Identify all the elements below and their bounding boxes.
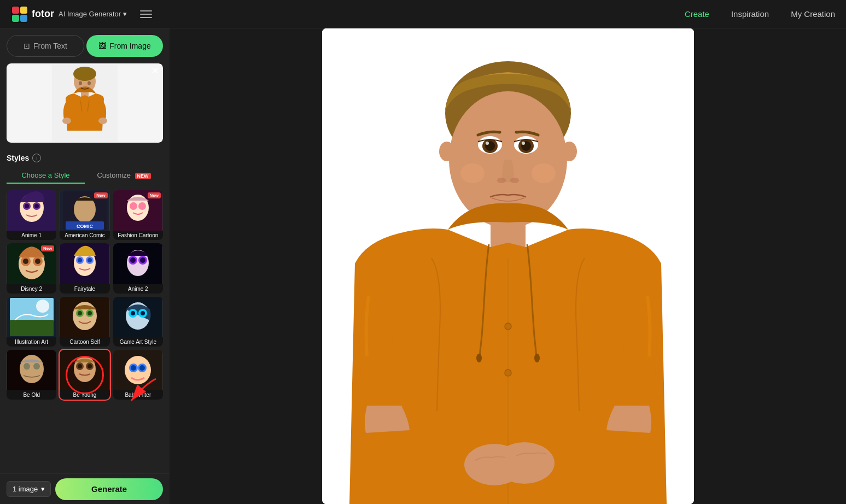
style-label: American Comic: [60, 231, 109, 240]
bottom-bar: 1 image ▾ Generate: [0, 473, 170, 504]
svg-point-62: [131, 311, 135, 315]
style-thumb: [60, 297, 109, 337]
svg-point-95: [522, 142, 525, 145]
style-label: Disney 2: [7, 284, 56, 294]
style-item-be-young[interactable]: Be Young: [60, 350, 109, 400]
close-preview-button[interactable]: ✕: [151, 67, 159, 75]
svg-point-47: [140, 257, 145, 263]
style-item-game-art-style[interactable]: Game Art Style: [113, 297, 163, 347]
from-image-icon: 🖼: [98, 42, 106, 50]
fotor-logo[interactable]: fotor: [11, 5, 54, 23]
svg-point-72: [78, 364, 82, 368]
styles-section: Styles i Choose a Style Customize NEW An…: [0, 149, 170, 473]
style-thumb: [113, 297, 163, 337]
nav-inspiration[interactable]: Inspiration: [731, 9, 769, 19]
app-header: fotor AI Image Generator ▾ Create Inspir…: [0, 0, 846, 28]
generate-button[interactable]: Generate: [55, 478, 163, 500]
svg-point-86: [460, 163, 485, 183]
styles-title: Styles: [7, 154, 29, 162]
svg-point-29: [138, 202, 146, 210]
style-item-cartoon-self[interactable]: Cartoon Self: [60, 297, 109, 347]
svg-point-73: [87, 364, 92, 368]
from-text-icon: ⊡: [24, 42, 30, 50]
svg-point-19: [25, 204, 29, 208]
svg-point-100: [476, 354, 482, 362]
style-item-be-old[interactable]: Be Old: [7, 350, 56, 400]
image-count-select[interactable]: 1 image ▾: [7, 481, 51, 497]
mode-tabs: ⊡ From Text 🖼 From Image: [0, 28, 170, 57]
svg-rect-1: [12, 7, 19, 14]
style-label: Be Old: [7, 390, 56, 400]
customize-tab[interactable]: Customize NEW: [85, 168, 163, 184]
svg-point-65: [20, 355, 44, 383]
svg-point-28: [130, 202, 137, 210]
style-item-disney-2[interactable]: Disney 2 New: [7, 243, 56, 293]
upload-preview: ✕: [7, 63, 163, 143]
svg-rect-4: [20, 15, 27, 22]
style-label: Fashion Cartoon: [113, 231, 163, 240]
svg-point-57: [87, 311, 92, 315]
style-thumb: [7, 350, 56, 390]
style-item-anime-2[interactable]: Anime 2: [113, 243, 163, 293]
svg-point-34: [23, 259, 28, 264]
style-new-badge: New: [148, 192, 161, 198]
chevron-down-icon: ▾: [41, 485, 45, 493]
style-thumb: [113, 243, 163, 284]
style-item-fairytale[interactable]: Fairytale: [60, 243, 109, 293]
style-label: Cartoon Self: [60, 337, 109, 347]
svg-point-87: [532, 163, 556, 183]
customize-new-badge: NEW: [135, 173, 151, 179]
svg-rect-3: [12, 15, 19, 22]
ai-generator-label[interactable]: AI Image Generator ▾: [59, 10, 127, 18]
style-item-baby-filter[interactable]: Baby Filter: [113, 350, 163, 400]
svg-text:COMIC: COMIC: [77, 224, 93, 229]
svg-point-56: [78, 311, 82, 315]
svg-point-96: [497, 178, 506, 183]
svg-point-78: [131, 365, 136, 371]
svg-point-20: [34, 204, 39, 208]
style-label: Game Art Style: [113, 337, 163, 347]
style-thumb: [7, 190, 56, 231]
from-image-tab[interactable]: 🖼 From Image: [86, 35, 163, 57]
style-thumb: [113, 350, 163, 390]
header-left: fotor AI Image Generator ▾: [11, 5, 152, 23]
nav-my-creation[interactable]: My Creation: [791, 9, 835, 19]
svg-point-97: [510, 178, 519, 183]
style-label: Anime 1: [7, 231, 56, 240]
svg-point-102: [505, 323, 511, 330]
style-label: Be Young: [60, 390, 109, 400]
style-subtabs: Choose a Style Customize NEW: [7, 168, 163, 184]
svg-point-66: [24, 363, 30, 370]
svg-point-46: [130, 257, 136, 263]
main-nav: Create Inspiration My Creation: [685, 9, 835, 19]
style-thumb: [60, 350, 109, 390]
styles-info-icon[interactable]: i: [32, 154, 41, 162]
svg-point-14: [87, 81, 91, 85]
svg-point-12: [98, 118, 107, 124]
svg-point-101: [534, 354, 540, 362]
style-item-fashion-cartoon[interactable]: Fashion Cartoon New: [113, 190, 163, 240]
hamburger-menu[interactable]: [140, 8, 152, 20]
style-new-badge: New: [94, 192, 107, 198]
svg-point-11: [62, 118, 71, 124]
style-label: Fairytale: [60, 284, 109, 294]
style-label: Baby Filter: [113, 390, 163, 400]
style-label: Anime 2: [113, 284, 163, 294]
svg-point-105: [494, 442, 555, 484]
style-item-american-comic[interactable]: COMIC American Comic New: [60, 190, 109, 240]
svg-point-13: [79, 81, 82, 85]
svg-rect-50: [10, 320, 54, 336]
svg-point-35: [35, 259, 40, 264]
svg-point-51: [36, 300, 49, 313]
choose-style-tab[interactable]: Choose a Style: [7, 168, 85, 184]
result-image: [322, 28, 694, 504]
style-thumb: [60, 243, 109, 284]
style-label: Illustration Art: [7, 337, 56, 347]
nav-create[interactable]: Create: [685, 9, 709, 19]
svg-rect-2: [20, 7, 27, 14]
uploaded-image: [7, 63, 163, 143]
svg-point-7: [73, 67, 96, 81]
from-text-tab[interactable]: ⊡ From Text: [7, 35, 84, 57]
style-item-illustration-art[interactable]: Illustration Art: [7, 297, 56, 347]
style-item-anime-1[interactable]: Anime 1: [7, 190, 56, 240]
